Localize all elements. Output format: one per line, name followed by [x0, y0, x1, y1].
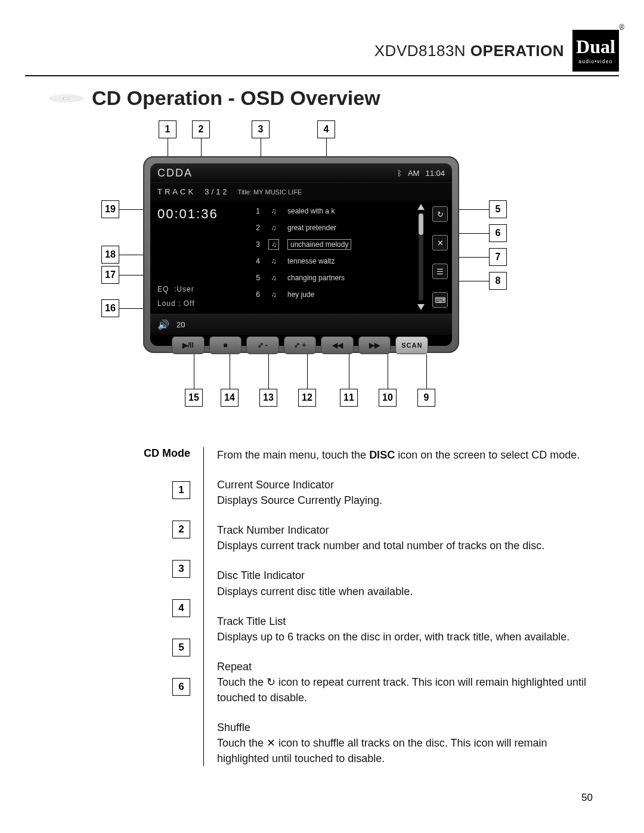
repeat-button[interactable]: ↻: [432, 206, 448, 222]
legend-entry: RepeatTouch the ↻ icon to repeat current…: [217, 659, 594, 705]
scroll-column: [414, 200, 428, 314]
rewind-button[interactable]: ◀◀: [321, 336, 354, 354]
track-label: TRACK: [157, 187, 196, 196]
disc-title-label: Title:: [238, 188, 252, 196]
legend-num-6: 6: [172, 678, 190, 696]
legend-num-3: 3: [172, 560, 190, 578]
lead-line: [388, 354, 388, 389]
legend-entry: Track Number IndicatorDisplays current t…: [217, 522, 594, 553]
osd-figure: 1 2 3 4 19 18 17 16 5 6 7 8 15 14 13 12 …: [60, 120, 584, 431]
forward-button[interactable]: ▶▶: [358, 336, 391, 354]
page-header: XDVD8183N OPERATION Dual audio•video: [25, 30, 619, 72]
list-item[interactable]: 4♫tennesse waltz: [248, 253, 409, 270]
header-word: OPERATION: [470, 42, 564, 60]
osd-device-frame: CDDA ᛒ AM 11:04 TRACK 3/12 Title: MY MUS…: [143, 156, 459, 353]
track-counter: 3/12: [205, 187, 229, 196]
callout-1: 1: [159, 120, 177, 138]
legend-mode-label: CD Mode: [144, 447, 190, 460]
clock-ampm: AM: [408, 169, 420, 178]
logo-text: Dual: [576, 37, 615, 56]
eq-value: :User: [174, 285, 194, 293]
source-indicator: CDDA: [157, 167, 193, 179]
disc-icon: [49, 86, 83, 110]
lead-line: [194, 354, 194, 389]
callout-7: 7: [489, 248, 507, 266]
control-bar: ▶/II ■ ⤢ - ⤢ + ◀◀ ▶▶ SCAN: [172, 336, 428, 354]
volume-value: 20: [177, 320, 185, 329]
lead-line: [349, 354, 349, 389]
zoom-in-button[interactable]: ⤢ +: [284, 336, 317, 354]
callout-17: 17: [101, 266, 119, 284]
legend-intro: From the main menu, touch the DISC icon …: [217, 447, 594, 463]
list-item[interactable]: 5♫changing partners: [248, 270, 409, 286]
stop-button[interactable]: ■: [209, 336, 242, 354]
callout-13: 13: [259, 389, 277, 407]
callout-9: 9: [417, 389, 435, 407]
legend-entry: Disc Title IndicatorDisplays current dis…: [217, 568, 594, 599]
callout-18: 18: [101, 246, 119, 264]
music-note-icon: ♫: [268, 274, 279, 282]
callout-2: 2: [192, 120, 210, 138]
list-item[interactable]: 2♫great pretender: [248, 219, 409, 236]
legend-entry: ShuffleTouch the ✕ icon to shuffle all t…: [217, 720, 594, 766]
page-number: 50: [581, 792, 593, 804]
track-list: 1♫sealed with a k 2♫great pretender 3♫un…: [246, 200, 414, 314]
legend-num-4: 4: [172, 599, 190, 617]
list-item[interactable]: 6♫hey jude: [248, 286, 409, 303]
callout-3: 3: [252, 120, 270, 138]
legend-num-5: 5: [172, 639, 190, 657]
list-button[interactable]: ☰: [432, 264, 448, 279]
eq-label: EQ: [157, 285, 169, 293]
callout-10: 10: [379, 389, 397, 407]
elapsed-time: 00:01:36: [157, 206, 239, 222]
music-note-icon: ♫: [268, 257, 279, 265]
section-title: CD Operation - OSD Overview: [92, 86, 380, 110]
legend-entry: Track Title ListDisplays up to 6 tracks …: [217, 614, 594, 645]
header-model: XDVD8183N: [374, 42, 466, 60]
callout-15: 15: [185, 389, 203, 407]
scrollbar[interactable]: [419, 213, 423, 301]
lead-line: [426, 354, 427, 389]
clock-time: 11:04: [425, 169, 445, 178]
logo-subtext: audio•video: [578, 58, 612, 64]
scroll-down-icon[interactable]: [417, 304, 425, 310]
lead-line: [230, 354, 230, 389]
callout-5: 5: [489, 200, 507, 218]
header-rule: [25, 75, 619, 76]
lead-line: [268, 354, 269, 389]
loud-label: Loud: [157, 299, 176, 308]
section-header: CD Operation - OSD Overview: [49, 86, 619, 110]
legend-num-2: 2: [172, 521, 190, 538]
lead-line: [307, 354, 308, 389]
music-note-icon: ♫: [268, 224, 279, 232]
music-note-icon: ♫: [268, 239, 279, 250]
music-note-icon: ♫: [268, 290, 279, 299]
callout-12: 12: [298, 389, 316, 407]
callout-16: 16: [101, 299, 119, 317]
list-item-selected[interactable]: 3♫unchained melody: [248, 236, 409, 253]
brand-logo: Dual audio•video: [572, 30, 619, 72]
osd-screen: CDDA ᛒ AM 11:04 TRACK 3/12 Title: MY MUS…: [150, 163, 452, 346]
header-title: XDVD8183N OPERATION: [374, 42, 564, 60]
bluetooth-icon: ᛒ: [397, 169, 402, 178]
callout-6: 6: [489, 224, 507, 242]
list-item[interactable]: 1♫sealed with a k: [248, 203, 409, 219]
music-note-icon: ♫: [268, 207, 279, 215]
play-pause-button[interactable]: ▶/II: [172, 336, 205, 354]
callout-8: 8: [489, 272, 507, 290]
legend-table: CD Mode 1 2 3 4 5 6 From the main menu, …: [114, 447, 594, 766]
scan-button[interactable]: SCAN: [395, 336, 428, 354]
loud-value: : Off: [178, 299, 194, 308]
zoom-out-button[interactable]: ⤢ -: [246, 336, 279, 354]
legend-num-1: 1: [172, 481, 190, 499]
disc-title: MY MUSIC LIFE: [253, 188, 302, 196]
shuffle-button[interactable]: ✕: [432, 235, 448, 250]
callout-19: 19: [101, 200, 119, 218]
scroll-up-icon[interactable]: [417, 204, 425, 210]
legend-entry: Current Source IndicatorDisplays Source …: [217, 477, 594, 508]
callout-4: 4: [317, 120, 335, 138]
callout-11: 11: [340, 389, 358, 407]
speaker-icon[interactable]: 🔊: [157, 319, 169, 330]
keyboard-button[interactable]: ⌨: [432, 292, 448, 308]
callout-14: 14: [221, 389, 239, 407]
